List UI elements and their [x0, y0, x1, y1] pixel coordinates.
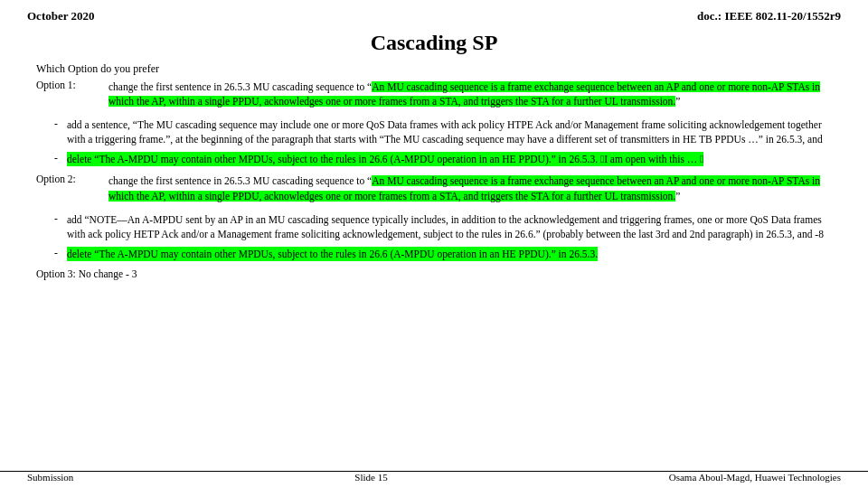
header-right: doc.: IEEE 802.11-20/1552r9: [697, 9, 841, 23]
bullet3-dash: -: [54, 212, 67, 223]
bullet4-dash: -: [54, 247, 67, 258]
option3-text: Option 3: No change - 3: [36, 268, 832, 279]
bullet1-text: add a sentence, “The MU cascading sequen…: [67, 117, 832, 146]
option2-line: Option 2: change the first sentence in 2…: [36, 174, 832, 202]
option1-line: Option 1: change the first sentence in 2…: [36, 80, 832, 108]
bullet4-block: - delete “The A-MPDU may contain other M…: [36, 247, 832, 261]
bullet3-text: add “NOTE—An A-MPDU sent by an AP in an …: [67, 212, 832, 241]
bullet1-block: - add a sentence, “The MU cascading sequ…: [36, 117, 832, 146]
main-content: Which Option do you prefer Option 1: cha…: [0, 62, 868, 279]
option2-text: change the first sentence in 26.5.3 MU c…: [108, 174, 832, 202]
footer-center: Slide 15: [354, 472, 387, 483]
option1-text: change the first sentence in 26.5.3 MU c…: [108, 80, 832, 108]
option1-intro: change the first sentence in 26.5.3 MU c…: [108, 81, 372, 92]
bullet4-text: delete “The A-MPDU may contain other MPD…: [67, 247, 598, 261]
bullet1-dash: -: [54, 117, 67, 128]
page-title: Cascading SP: [0, 31, 868, 55]
footer-right: Osama Aboul-Magd, Huawei Technologies: [669, 472, 841, 483]
bullet2-text: delete “The A-MPDU may contain other MPD…: [67, 152, 703, 166]
which-option-label: Which Option do you prefer: [36, 62, 832, 76]
bullet3-block: - add “NOTE—An A-MPDU sent by an AP in a…: [36, 212, 832, 241]
bullet2-dash: -: [54, 152, 67, 163]
option1-label: Option 1:: [36, 80, 108, 90]
option2-label: Option 2:: [36, 174, 108, 184]
option2-close: ”: [675, 191, 680, 202]
bullet2-block: - delete “The A-MPDU may contain other M…: [36, 152, 832, 166]
footer-left: Submission: [27, 472, 73, 483]
option2-block: Option 2: change the first sentence in 2…: [36, 174, 832, 202]
option2-intro: change the first sentence in 26.5.3 MU c…: [108, 175, 372, 186]
option1-close: ”: [675, 96, 680, 107]
footer: Submission Slide 15 Osama Aboul-Magd, Hu…: [0, 471, 868, 483]
option1-block: Option 1: change the first sentence in 2…: [36, 80, 832, 108]
header-left: October 2020: [27, 9, 95, 23]
